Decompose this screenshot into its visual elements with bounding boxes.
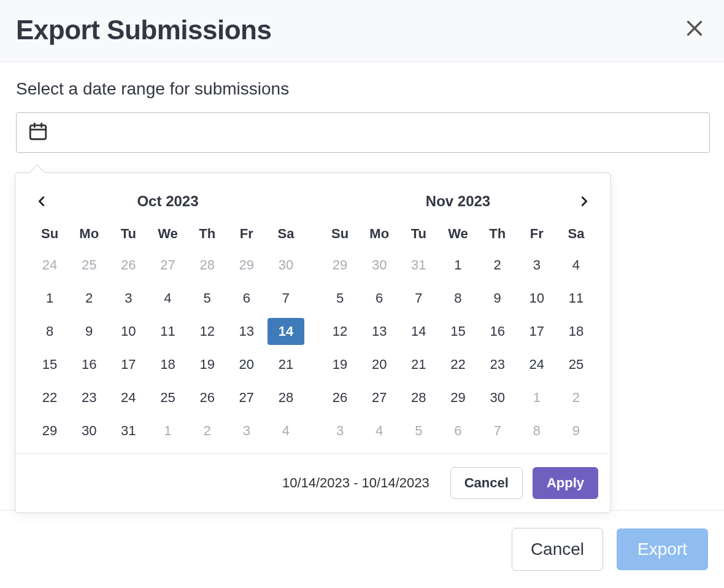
calendar-day[interactable]: 13 <box>361 318 398 345</box>
calendar-day[interactable]: 7 <box>479 417 516 444</box>
calendar-day[interactable]: 4 <box>558 252 595 279</box>
calendar-day[interactable]: 3 <box>228 417 265 444</box>
calendar-day[interactable]: 6 <box>439 417 476 444</box>
calendar-day[interactable]: 13 <box>228 318 265 345</box>
calendar-day[interactable]: 18 <box>149 351 186 378</box>
calendar-day[interactable]: 17 <box>110 351 147 378</box>
calendar-day[interactable]: 6 <box>228 285 265 312</box>
month-left-title: Oct 2023 <box>30 188 306 220</box>
calendar-day[interactable]: 3 <box>110 285 147 312</box>
calendar-day[interactable]: 5 <box>189 285 226 312</box>
day-of-week-header: Th <box>188 220 227 252</box>
calendar-day[interactable]: 31 <box>400 252 437 279</box>
day-of-week-header: Sa <box>266 220 306 252</box>
calendar-day[interactable]: 8 <box>439 285 476 312</box>
calendar-day[interactable]: 9 <box>71 318 107 345</box>
day-of-week-header: We <box>148 220 187 252</box>
prev-month-button[interactable] <box>31 190 52 215</box>
picker-cancel-button[interactable]: Cancel <box>450 467 523 499</box>
calendar-day[interactable]: 14 <box>400 318 437 345</box>
calendar-day[interactable]: 20 <box>361 351 398 378</box>
calendar-day[interactable]: 6 <box>361 285 398 312</box>
date-range-input[interactable] <box>16 112 710 153</box>
calendar-day[interactable]: 26 <box>322 384 358 411</box>
calendar-day[interactable]: 24 <box>31 252 68 279</box>
calendar-day[interactable]: 30 <box>268 252 304 279</box>
calendar-day[interactable]: 26 <box>189 384 226 411</box>
calendar-day[interactable]: 15 <box>31 351 68 378</box>
picker-apply-button[interactable]: Apply <box>533 467 598 499</box>
calendar-day[interactable]: 21 <box>400 351 437 378</box>
calendar-day[interactable]: 25 <box>71 252 107 279</box>
modal-export-button[interactable]: Export <box>617 528 708 570</box>
calendar-day[interactable]: 15 <box>439 318 476 345</box>
calendar-day[interactable]: 5 <box>400 417 437 444</box>
calendar-day[interactable]: 29 <box>31 417 68 444</box>
calendar-day[interactable]: 16 <box>71 351 107 378</box>
calendar-day[interactable]: 2 <box>479 252 516 279</box>
calendar-day[interactable]: 28 <box>189 252 226 279</box>
month-right: Nov 2023 SuMoTuWeThFrSa 2930311234567891… <box>320 188 596 453</box>
calendar-day[interactable]: 9 <box>479 285 516 312</box>
calendar-day[interactable]: 10 <box>518 285 555 312</box>
calendar-day[interactable]: 7 <box>268 285 304 312</box>
calendar-day[interactable]: 4 <box>361 417 398 444</box>
calendar-day[interactable]: 30 <box>361 252 398 279</box>
calendar-day[interactable]: 11 <box>558 285 595 312</box>
calendar-day[interactable]: 2 <box>71 285 107 312</box>
calendar-day[interactable]: 25 <box>558 351 595 378</box>
calendar-day[interactable]: 26 <box>110 252 147 279</box>
calendar-day[interactable]: 8 <box>518 417 555 444</box>
calendar-day[interactable]: 11 <box>149 318 186 345</box>
svg-rect-2 <box>30 125 46 139</box>
calendar-day[interactable]: 29 <box>322 252 358 279</box>
calendar-day[interactable]: 23 <box>479 351 516 378</box>
calendar-day[interactable]: 2 <box>189 417 226 444</box>
calendar-day[interactable]: 25 <box>149 384 186 411</box>
calendar-day[interactable]: 1 <box>439 252 476 279</box>
calendar-day[interactable]: 3 <box>322 417 358 444</box>
calendar-day[interactable]: 17 <box>518 318 555 345</box>
calendar-day[interactable]: 29 <box>439 384 476 411</box>
calendar-day[interactable]: 28 <box>268 384 304 411</box>
calendar-day[interactable]: 3 <box>518 252 555 279</box>
calendar-day[interactable]: 19 <box>189 351 226 378</box>
calendar-day[interactable]: 23 <box>71 384 107 411</box>
calendar-day[interactable]: 4 <box>268 417 304 444</box>
calendar-day[interactable]: 27 <box>228 384 265 411</box>
calendar-day[interactable]: 27 <box>149 252 186 279</box>
calendar-day[interactable]: 1 <box>31 285 68 312</box>
calendar-day[interactable]: 31 <box>110 417 147 444</box>
calendar-day[interactable]: 7 <box>400 285 437 312</box>
calendar-day[interactable]: 19 <box>322 351 358 378</box>
calendar-day[interactable]: 16 <box>479 318 516 345</box>
calendar-day[interactable]: 24 <box>518 351 555 378</box>
calendar-day[interactable]: 10 <box>110 318 147 345</box>
calendar-day[interactable]: 1 <box>149 417 186 444</box>
calendar-day[interactable]: 9 <box>558 417 595 444</box>
calendar-day[interactable]: 24 <box>110 384 147 411</box>
calendar-day[interactable]: 22 <box>31 384 68 411</box>
calendar-day[interactable]: 18 <box>558 318 595 345</box>
day-of-week-header: Tu <box>109 220 148 252</box>
calendar-day[interactable]: 4 <box>149 285 186 312</box>
calendar-day[interactable]: 14 <box>268 318 304 345</box>
calendar-day[interactable]: 30 <box>479 384 516 411</box>
calendar-day[interactable]: 5 <box>322 285 358 312</box>
calendar-day[interactable]: 1 <box>518 384 555 411</box>
calendar-day[interactable]: 20 <box>228 351 265 378</box>
calendar-day[interactable]: 22 <box>439 351 476 378</box>
modal-cancel-button[interactable]: Cancel <box>512 528 603 571</box>
calendar-day[interactable]: 28 <box>400 384 437 411</box>
day-of-week-header: Su <box>320 220 360 252</box>
calendar-day[interactable]: 8 <box>31 318 68 345</box>
calendar-day[interactable]: 21 <box>268 351 304 378</box>
calendar-day[interactable]: 2 <box>558 384 595 411</box>
calendar-day[interactable]: 12 <box>189 318 226 345</box>
calendar-day[interactable]: 30 <box>71 417 107 444</box>
calendar-day[interactable]: 12 <box>322 318 358 345</box>
calendar-day[interactable]: 29 <box>228 252 265 279</box>
close-icon[interactable] <box>681 15 708 45</box>
next-month-button[interactable] <box>574 190 595 215</box>
calendar-day[interactable]: 27 <box>361 384 398 411</box>
